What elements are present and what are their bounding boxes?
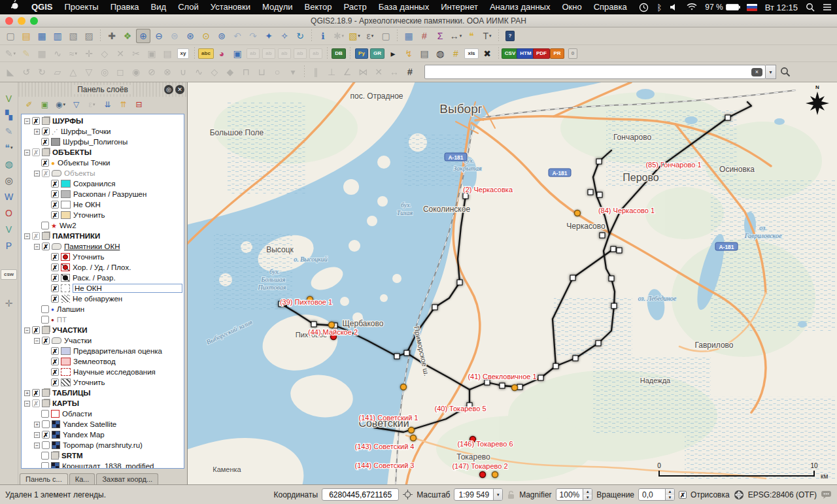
search-dropdown[interactable]: ▾ [766, 65, 776, 79]
menu-11[interactable]: Анализ данных [484, 2, 556, 12]
project-new-button[interactable]: ▢ [3, 29, 18, 43]
test-pit-point[interactable] [573, 356, 578, 361]
map-canvas[interactable]: бух.Закрытаябух.Тихаяо. Высоцкийбух.Боль… [188, 82, 837, 484]
menu-1[interactable]: Проекты [59, 2, 105, 12]
layer-visibility-checkbox[interactable]: ✗ [51, 263, 59, 271]
menu-3[interactable]: Вид [145, 2, 173, 12]
layer-visibility-checkbox[interactable]: ✗ [42, 337, 50, 344]
tree-expander[interactable]: − [34, 171, 40, 176]
layer-row[interactable]: ✗Кронштадт_1838_modified [22, 461, 184, 469]
help-button[interactable]: ? [503, 29, 517, 43]
test-pit-point[interactable] [611, 303, 617, 309]
test-pit-point[interactable] [611, 246, 616, 252]
zoom-to-layer-button[interactable]: ⊚ [214, 29, 229, 43]
add-wcs-layer-button[interactable]: ◎ [2, 173, 16, 188]
menubar-clock[interactable]: Вт 12:15 [765, 3, 798, 12]
layer-visibility-checkbox[interactable]: ✗ [41, 159, 49, 167]
composer-manager-button[interactable]: ▨ [82, 29, 96, 43]
layer-row[interactable]: −✗Памятники ОКН [22, 241, 184, 252]
layer-visibility-checkbox[interactable]: ✗ [51, 295, 59, 303]
test-pit-point[interactable] [394, 354, 400, 359]
layer-label[interactable]: Yandex Satellite [63, 420, 116, 428]
layer-visibility-checkbox[interactable]: ✗ [42, 420, 50, 428]
layer-label[interactable]: ПАМЯТНИКИ [52, 232, 100, 240]
tree-expander[interactable]: − [24, 150, 30, 156]
menu-10[interactable]: Интернет [435, 2, 484, 12]
layer-label[interactable]: КАРТЫ [52, 399, 79, 407]
layer-visibility-checkbox[interactable]: ✗ [51, 347, 59, 355]
input-language-flag[interactable] [747, 4, 757, 11]
layer-visibility-checkbox[interactable]: ✗ [42, 441, 50, 449]
grid-tools-button[interactable]: # [449, 46, 463, 61]
layer-row[interactable]: +✗Yandex Satellite [22, 419, 184, 429]
menu-13[interactable]: Справка [588, 2, 633, 12]
menu-2[interactable]: Правка [105, 2, 145, 12]
export-htm-button[interactable]: HTM [519, 46, 533, 61]
refresh-map-button[interactable]: ↻ [293, 29, 307, 43]
layer-label[interactable]: Раскопан / Разрушен [73, 190, 146, 198]
layer-row[interactable]: ✗Уточнить [22, 252, 184, 262]
layer-visibility-checkbox[interactable]: ✗ [51, 358, 59, 365]
magnifier-spin[interactable]: 100% ▲▼ [556, 488, 593, 501]
new-print-composer-button[interactable]: ▧ [66, 29, 80, 43]
layer-label[interactable]: SRTM [61, 452, 83, 460]
layer-visibility-checkbox[interactable]: ✗ [51, 368, 59, 376]
test-pit-point[interactable] [311, 322, 316, 327]
layer-row[interactable]: ✗Хор. / Уд. / Плох. [22, 262, 184, 273]
add-wfs-layer-button[interactable]: W [2, 190, 16, 204]
layer-row[interactable]: ✗Предварительная оценка [22, 346, 184, 356]
layer-row[interactable]: ✗Области [22, 409, 184, 419]
test-pit-point[interactable] [485, 380, 490, 385]
float-panel-button[interactable]: ◎ [164, 85, 173, 94]
expand-all-button[interactable]: ⇊ [101, 99, 114, 111]
test-pit-point[interactable] [596, 159, 602, 164]
coordinate-capture-button[interactable]: ✛ [2, 296, 16, 311]
magnifier-down[interactable]: ▼ [583, 495, 592, 501]
project-save-button[interactable]: ▦ [35, 29, 49, 43]
close-panel-button[interactable]: ✕ [175, 85, 184, 94]
zoom-full-button[interactable]: ⊛ [183, 29, 197, 43]
layer-row[interactable]: −✗Участки [22, 335, 184, 346]
apple-menu-icon[interactable] [5, 0, 26, 14]
layer-group-row[interactable]: −✗КАРТЫ [22, 398, 184, 409]
test-pit-point[interactable] [617, 248, 622, 253]
add-xy-point-button[interactable]: xy [176, 46, 190, 61]
rotation-up[interactable]: ▲ [666, 489, 674, 495]
layer-row[interactable]: ✗★Ww2 [22, 220, 184, 231]
layer-row[interactable]: ✗●Лапшин [22, 304, 184, 314]
layer-row[interactable]: +✗⋰Шурфы_Точки [22, 126, 184, 137]
test-pit-point[interactable] [588, 190, 593, 195]
layer-label[interactable]: Области [62, 410, 92, 418]
layer-label[interactable]: Лапшин [57, 305, 84, 313]
panel-tab-2[interactable]: Захват коорд... [96, 473, 158, 484]
layer-group-row[interactable]: −✗УЧАСТКИ [22, 325, 184, 335]
export-csv-button[interactable]: CSV [503, 46, 517, 61]
layer-group-row[interactable]: −✗ШУРФЫ [22, 116, 184, 126]
layer-visibility-checkbox[interactable]: ✗ [32, 399, 40, 407]
wifi-icon[interactable] [687, 3, 697, 11]
magnifier-up[interactable]: ▲ [583, 489, 592, 495]
menu-0[interactable]: QGIS [26, 2, 59, 12]
layer-visibility-checkbox[interactable]: ✗ [41, 462, 49, 469]
time-machine-icon[interactable] [639, 3, 649, 12]
tree-expander[interactable]: − [24, 401, 30, 407]
menu-8[interactable]: Растр [338, 2, 373, 12]
add-raster-layer-button[interactable]: ▚ [2, 108, 16, 122]
style-manager-button[interactable]: ◕ [214, 46, 229, 61]
add-wms-layer-button[interactable]: ◍ [2, 157, 16, 171]
notification-center-icon[interactable] [823, 3, 832, 11]
layer-label[interactable]: Уточнить [73, 211, 105, 219]
layer-label[interactable]: Сохранился [73, 180, 116, 188]
add-vector-layer-button[interactable]: V [2, 92, 16, 106]
layer-visibility-checkbox[interactable]: ✗ [42, 127, 50, 135]
layer-label[interactable]: Памятники ОКН [64, 243, 120, 250]
identify-features-button[interactable]: ℹ [316, 29, 330, 43]
coords-input[interactable] [322, 488, 399, 501]
layer-label[interactable]: Кронштадт_1838_modified [62, 462, 154, 469]
layer-group-row[interactable]: −✗ОБЪЕКТЫ [22, 147, 184, 158]
project-save-as-button[interactable]: ▥ [50, 29, 65, 43]
scale-combo[interactable]: 1:99 549▾ [454, 488, 503, 501]
layer-visibility-checkbox[interactable]: ✗ [32, 326, 40, 334]
tree-expander[interactable]: − [34, 432, 40, 438]
bluetooth-icon[interactable]: ᛒ [657, 3, 662, 12]
